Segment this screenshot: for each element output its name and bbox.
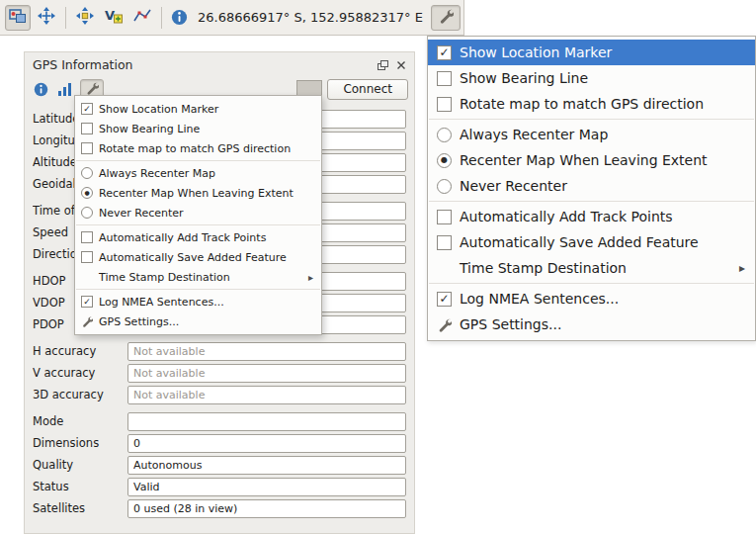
- menu-item-show-location-marker[interactable]: ✓ Show Location Marker: [428, 40, 755, 65]
- checkbox-icon: [437, 210, 452, 224]
- signal-strength-icon[interactable]: [55, 81, 75, 97]
- menu-item-log-nmea-sentences[interactable]: ✓ Log NMEA Sentences...: [75, 292, 321, 312]
- submenu-arrow-icon: ▸: [739, 261, 745, 275]
- field-row-dimensions: Dimensions: [33, 433, 406, 453]
- menu-separator: [76, 160, 320, 161]
- menu-item-auto-save-added-feature[interactable]: Automatically Save Added Feature: [75, 247, 321, 267]
- satellites-input[interactable]: [127, 499, 406, 518]
- menu-separator: [429, 201, 754, 202]
- menu-item-always-recenter[interactable]: Always Recenter Map: [428, 122, 755, 147]
- checkbox-icon: ✓: [437, 45, 452, 60]
- wrench-icon: [438, 8, 454, 28]
- field-row-v-accuracy: V accuracy: [33, 363, 406, 383]
- checkbox-icon: ✓: [81, 296, 93, 308]
- checkbox-icon: [437, 235, 452, 250]
- quality-input[interactable]: [127, 456, 406, 475]
- menu-item-never-recenter[interactable]: Never Recenter: [75, 203, 321, 222]
- menu-separator: [429, 119, 754, 120]
- connect-button[interactable]: Connect: [327, 79, 408, 100]
- toolbar-separator: [65, 7, 66, 29]
- menu-item-auto-save-added-feature[interactable]: Automatically Save Added Feature: [428, 229, 755, 255]
- field-row-h-accuracy: H accuracy: [33, 341, 406, 361]
- add-vertex-icon: V: [104, 7, 124, 29]
- menu-item-recenter-when-leaving-extent[interactable]: ● Recenter Map When Leaving Extent: [428, 147, 755, 173]
- radio-icon: ●: [437, 153, 452, 168]
- gps-toolbar: V 26.68666917° S, 152.: [0, 0, 464, 36]
- field-row-mode: Mode: [33, 411, 406, 431]
- gps-settings-menu-large: ✓ Show Location Marker Show Bearing Line…: [427, 36, 756, 341]
- field-row-status: Status: [33, 477, 406, 496]
- radio-icon: [81, 207, 93, 219]
- menu-item-auto-add-track-points[interactable]: Automatically Add Track Points: [75, 227, 321, 247]
- menu-separator: [429, 283, 754, 284]
- checkbox-icon: [437, 97, 452, 112]
- recenter-extent-button[interactable]: [72, 5, 98, 31]
- menu-item-rotate-map[interactable]: Rotate map to match GPS direction: [428, 91, 755, 117]
- toolbar-separator: [161, 7, 162, 29]
- field-label: Status: [33, 480, 127, 493]
- panel-title: GPS Information: [33, 57, 133, 72]
- menu-item-gps-settings[interactable]: GPS Settings...: [75, 312, 321, 331]
- accuracy-3d-input[interactable]: [127, 386, 406, 404]
- checkbox-icon: [81, 251, 93, 263]
- recenter-arrows-icon: [38, 7, 55, 29]
- menu-item-never-recenter[interactable]: Never Recenter: [428, 173, 755, 199]
- checkbox-icon: [81, 123, 93, 134]
- mode-input[interactable]: [127, 412, 406, 431]
- position-info-icon[interactable]: [31, 82, 50, 97]
- field-label: H accuracy: [33, 344, 127, 358]
- field-label: Quality: [33, 458, 127, 472]
- field-label: V accuracy: [33, 366, 127, 380]
- field-label: Satellites: [33, 501, 127, 515]
- field-row-3d-accuracy: 3D accuracy: [33, 385, 406, 404]
- h-accuracy-input[interactable]: [127, 342, 406, 361]
- info-icon: [168, 9, 190, 26]
- menu-item-time-stamp-destination[interactable]: Time Stamp Destination ▸: [75, 267, 321, 287]
- wrench-icon: [437, 317, 452, 332]
- v-accuracy-input[interactable]: [127, 364, 406, 383]
- checkbox-icon: [81, 142, 93, 154]
- close-icon: [396, 55, 406, 74]
- radio-icon: [437, 128, 452, 142]
- field-label: 3D accuracy: [33, 388, 127, 401]
- radio-icon: [437, 179, 452, 194]
- create-feature-from-track-button[interactable]: [129, 5, 155, 31]
- menu-item-always-recenter[interactable]: Always Recenter Map: [75, 163, 321, 183]
- recenter-map-button[interactable]: [34, 5, 59, 31]
- gps-settings-menu-button[interactable]: [431, 5, 461, 31]
- dimensions-input[interactable]: [127, 434, 406, 453]
- menu-item-show-bearing-line[interactable]: Show Bearing Line: [428, 65, 755, 91]
- menu-item-show-bearing-line[interactable]: Show Bearing Line: [75, 119, 321, 138]
- add-track-vertex-button[interactable]: V: [101, 5, 126, 31]
- menu-item-show-location-marker[interactable]: ✓ Show Location Marker: [75, 99, 321, 119]
- panel-header: GPS Information: [25, 52, 414, 76]
- field-label: Dimensions: [33, 436, 127, 450]
- menu-item-gps-settings[interactable]: GPS Settings...: [428, 312, 755, 337]
- field-row-satellites: Satellites: [33, 498, 406, 518]
- checkbox-icon: ✓: [437, 292, 452, 307]
- menu-separator: [76, 289, 320, 290]
- menu-item-recenter-when-leaving-extent[interactable]: ● Recenter Map When Leaving Extent: [75, 183, 321, 203]
- submenu-arrow-icon: ▸: [308, 272, 313, 283]
- checkbox-icon: ✓: [81, 103, 93, 115]
- menu-item-auto-add-track-points[interactable]: Automatically Add Track Points: [428, 204, 755, 229]
- menu-item-rotate-map[interactable]: Rotate map to match GPS direction: [75, 138, 321, 158]
- menu-item-log-nmea-sentences[interactable]: ✓ Log NMEA Sentences...: [428, 286, 755, 312]
- recenter-extent-icon: [76, 7, 94, 29]
- menu-separator: [76, 224, 320, 225]
- wrench-icon: [81, 315, 93, 327]
- radio-icon: [81, 167, 93, 179]
- screenshot-root: V 26.68666917° S, 152.: [0, 0, 756, 534]
- radio-icon: ●: [81, 187, 93, 199]
- svg-text:V: V: [105, 8, 115, 23]
- status-input[interactable]: [127, 478, 406, 496]
- float-icon: [378, 55, 388, 74]
- checkbox-icon: [81, 231, 93, 243]
- gps-information-panel-toggle-button[interactable]: [5, 5, 31, 31]
- float-panel-button[interactable]: [376, 57, 389, 71]
- close-panel-button[interactable]: [394, 57, 408, 71]
- field-row-quality: Quality: [33, 455, 406, 475]
- gps-settings-menu-small: ✓ Show Location Marker Show Bearing Line…: [74, 95, 322, 335]
- menu-item-time-stamp-destination[interactable]: Time Stamp Destination ▸: [428, 255, 755, 281]
- track-feature-icon: [132, 7, 152, 29]
